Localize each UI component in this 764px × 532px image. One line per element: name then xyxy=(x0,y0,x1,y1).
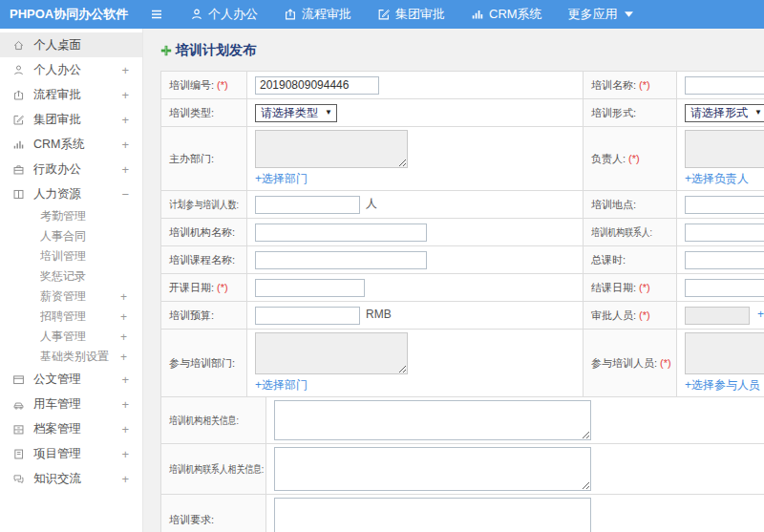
start-date-input[interactable] xyxy=(255,279,365,297)
org-contact-input[interactable] xyxy=(685,223,764,242)
select-dept-link[interactable]: +选择部门 xyxy=(255,377,308,394)
sidebar-item-personal-office[interactable]: 个人办公 + xyxy=(0,57,142,82)
expand-toggle[interactable]: + xyxy=(120,330,127,344)
select-leader-link[interactable]: +选择负责人 xyxy=(685,171,749,187)
training-no-input[interactable] xyxy=(255,76,379,95)
sidebar-item-group-approval[interactable]: 集团审批 + xyxy=(0,107,142,132)
planned-count-input[interactable] xyxy=(255,196,360,214)
expand-toggle[interactable]: + xyxy=(121,372,129,387)
table-row: 培训课程名称: 总课时: xyxy=(161,246,764,274)
org-info-textarea[interactable] xyxy=(274,400,591,440)
field-label: 参与培训人员: xyxy=(591,356,657,371)
sidebar-item-project-mgmt[interactable]: 项目管理 + xyxy=(0,441,142,466)
page-title-text: 培训计划发布 xyxy=(176,42,256,59)
nav-item-personal-office[interactable]: 个人办公 xyxy=(190,6,258,23)
sidebar-item-document-mgmt[interactable]: 公文管理 + xyxy=(0,367,142,392)
org-contact-info-textarea[interactable] xyxy=(274,447,591,491)
nav-item-crm[interactable]: CRM系统 xyxy=(471,6,542,23)
approver-box[interactable] xyxy=(685,307,750,325)
user-icon xyxy=(190,8,203,21)
org-name-input[interactable] xyxy=(255,223,427,242)
sidebar-subitem-recruit[interactable]: 招聘管理 + xyxy=(0,307,142,327)
caret-down-icon: ▼ xyxy=(325,106,332,119)
sidebar-subitem-hr-contract[interactable]: 人事合同 xyxy=(0,226,142,246)
location-input[interactable] xyxy=(685,196,764,214)
nav-item-more-apps[interactable]: 更多应用 xyxy=(568,6,633,23)
table-row: 培训机构联系人相关信息: xyxy=(161,444,764,495)
sidebar-item-hr[interactable]: 人力资源 − xyxy=(0,181,142,206)
select-approver-link[interactable]: +选择审批人员 xyxy=(757,308,764,321)
caret-down-icon: ▼ xyxy=(754,106,762,119)
main-content: 培训计划发布 培训编号:(*) 培训名称:(*) 培训类型: 请选择类型▼ 培训… xyxy=(143,29,764,532)
collapse-toggle[interactable]: − xyxy=(121,187,129,202)
expand-toggle[interactable]: + xyxy=(121,138,129,152)
sidebar-item-label: 集团审批 xyxy=(33,112,121,128)
budget-input[interactable] xyxy=(255,307,360,325)
expand-toggle[interactable]: + xyxy=(121,397,129,412)
training-plan-form-table-bottom: 培训机构相关信息: 培训机构联系人相关信息: 培训要求: 附件文档: +附件上传 xyxy=(160,396,764,532)
sidebar-item-knowledge[interactable]: 知识交流 + xyxy=(0,466,142,491)
join-people-box[interactable] xyxy=(685,332,764,374)
sidebar-item-label: 行政办公 xyxy=(33,161,121,178)
sidebar-item-vehicle-mgmt[interactable]: 用车管理 + xyxy=(0,392,142,416)
select-dept-link[interactable]: +选择部门 xyxy=(255,171,308,187)
table-row: 参与培训部门: +选择部门 参与培训人员:(*) +选择参与人员 xyxy=(161,330,764,397)
hamburger-menu-icon[interactable] xyxy=(149,7,164,22)
field-label: 负责人: xyxy=(591,152,626,166)
nav-item-group-approval[interactable]: 集团审批 xyxy=(377,6,445,23)
leader-box[interactable] xyxy=(685,130,764,168)
course-name-label-cell: 培训课程名称: xyxy=(161,246,247,274)
total-hours-input[interactable] xyxy=(685,251,764,269)
sidebar-subitem-reward[interactable]: 奖惩记录 xyxy=(0,266,142,287)
sidebar-item-process-approval[interactable]: 流程审批 + xyxy=(0,82,142,107)
end-date-input[interactable] xyxy=(685,279,764,297)
sidebar-item-archive-mgmt[interactable]: 档案管理 + xyxy=(0,416,142,441)
sidebar-subitem-label: 奖惩记录 xyxy=(40,268,127,285)
training-name-input[interactable] xyxy=(685,76,764,95)
select-participants-link[interactable]: +选择参与人员 xyxy=(685,377,760,394)
caret-down-icon xyxy=(625,11,633,17)
host-dept-box[interactable] xyxy=(255,130,408,168)
expand-toggle[interactable]: + xyxy=(121,63,129,77)
sidebar-subitem-label: 人事合同 xyxy=(40,228,127,245)
expand-toggle[interactable]: + xyxy=(121,472,129,486)
edit-icon xyxy=(12,114,25,126)
join-depts-box[interactable] xyxy=(255,332,408,374)
app-logo: PHPOA协同办公软件 xyxy=(0,6,141,23)
bar-chart-icon xyxy=(471,8,484,21)
leader-field-cell: +选择负责人 xyxy=(677,127,764,191)
sidebar-subitem-personnel[interactable]: 人事管理 + xyxy=(0,327,142,347)
nav-item-label: 更多应用 xyxy=(568,6,618,23)
expand-toggle[interactable]: + xyxy=(121,162,129,177)
training-no-field-cell xyxy=(247,72,584,99)
expand-toggle[interactable]: + xyxy=(120,310,127,324)
sidebar-subitem-base-category[interactable]: 基础类别设置 + xyxy=(0,347,142,367)
expand-toggle[interactable]: + xyxy=(121,113,129,127)
sidebar-subitem-training[interactable]: 培训管理 xyxy=(0,246,142,266)
sidebar-item-personal-desktop[interactable]: 个人桌面 xyxy=(0,32,142,57)
expand-toggle[interactable]: + xyxy=(120,351,127,364)
nav-item-label: 个人办公 xyxy=(208,6,258,23)
field-label: 培训课程名称: xyxy=(169,253,235,267)
sidebar-subitem-salary[interactable]: 薪资管理 + xyxy=(0,287,142,307)
sidebar-item-crm[interactable]: CRM系统 + xyxy=(0,132,142,157)
expand-toggle[interactable]: + xyxy=(121,88,129,102)
expand-toggle[interactable]: + xyxy=(121,447,129,461)
field-label: 培训名称: xyxy=(591,78,636,93)
training-form-select[interactable]: 请选择形式▼ xyxy=(685,104,764,122)
expand-toggle[interactable]: + xyxy=(121,422,129,436)
journal-icon xyxy=(12,448,25,460)
sidebar-item-admin-office[interactable]: 行政办公 + xyxy=(0,157,142,181)
training-req-textarea[interactable] xyxy=(274,498,591,532)
sidebar-subitem-attendance[interactable]: 考勤管理 xyxy=(0,206,142,226)
sidebar-item-label: 流程审批 xyxy=(33,87,121,103)
nav-item-process-approval[interactable]: 流程审批 xyxy=(284,6,351,23)
training-type-select[interactable]: 请选择类型▼ xyxy=(255,104,337,122)
training-form-field-cell: 请选择形式▼ xyxy=(677,99,764,127)
training-name-label-cell: 培训名称:(*) xyxy=(584,72,677,99)
expand-toggle[interactable]: + xyxy=(120,290,127,304)
document-icon xyxy=(12,373,25,386)
currency-suffix: RMB xyxy=(366,308,392,321)
course-name-input[interactable] xyxy=(255,251,427,269)
planned-count-field-cell: 人 xyxy=(247,191,584,219)
